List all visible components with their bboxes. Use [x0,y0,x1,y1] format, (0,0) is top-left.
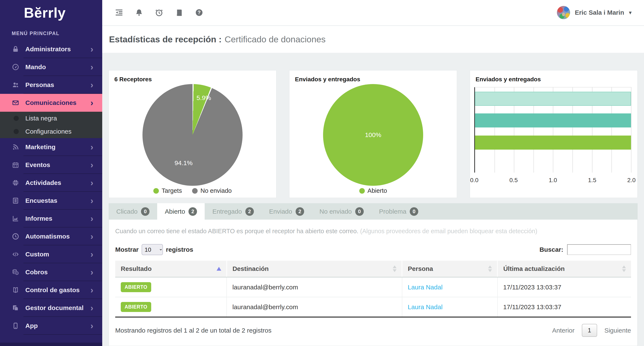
sidebar-item[interactable]: Marketing › [0,138,102,156]
bar-chart-plot [474,87,632,173]
sidebar-item-label: Administrators [25,45,90,53]
page-1-button[interactable]: 1 [582,324,597,337]
topbar-icons: ? [114,8,204,17]
alarm-clock-icon[interactable] [154,8,164,17]
user-menu[interactable]: Eric Sala i Marin ▾ [557,6,632,19]
sidebar-item-label: Cobros [25,269,90,276]
sidebar-item[interactable]: Control de gastos › [0,281,102,299]
outdent-icon[interactable] [114,8,124,17]
legend-item: Abierto [359,187,387,194]
bell-icon[interactable] [134,8,144,17]
sidebar-item[interactable]: Mando › [0,58,102,76]
tab-count-badge: 2 [188,207,197,216]
help-icon[interactable]: ? [195,8,204,17]
column-header[interactable]: Destinación [226,261,402,277]
sidebar-item[interactable]: Informes › [0,210,102,228]
updated-cell: 17/11/2023 13:03:37 [498,297,631,317]
page-size-select[interactable]: 10 [142,244,163,255]
tab-label: Abierto [165,208,185,215]
show-label: Mostrar [115,246,139,253]
svg-text:?: ? [198,10,200,15]
search-label: Buscar: [540,246,563,253]
sidebar-item[interactable]: Personas › [0,76,102,94]
tab[interactable]: Abierto 2 [157,203,205,220]
column-header-label: Persona [408,265,433,272]
user-name: Eric Sala i Marin [575,9,624,16]
avatar [557,6,570,19]
sidebar-item-icon [12,268,21,276]
search-input[interactable] [567,244,631,255]
x-tick-label: 0.0 [470,177,478,184]
column-header[interactable]: Última actualización [498,261,631,277]
sidebar-item-label: Mando [25,63,90,71]
tab-label: Clicado [116,208,138,215]
bar-bar-2 [475,113,631,127]
tab[interactable]: Problema 0 [372,203,426,220]
person-link[interactable]: Laura Nadal [408,284,442,291]
records-table: Resultado Destinación [115,261,631,318]
page-title-bar: Estadísticas de recepción : Certificado … [102,26,644,53]
sidebar-item[interactable]: Comunicaciones › [0,94,102,112]
sidebar-item-label: Eventos [25,161,90,169]
bar-bar-1 [475,92,631,106]
result-cell: ABIERTO [115,297,226,317]
tab[interactable]: No enviado 0 [312,203,372,220]
legend-item: No enviado [192,187,232,194]
chevron-right-icon: › [90,179,93,187]
updated-cell: 17/11/2023 13:03:37 [498,277,631,297]
sidebar-item[interactable]: Administrators › [0,40,102,58]
menu-section-label: MENÚ PRINCIPAL [12,31,102,36]
sidebar-item[interactable]: Custom › [0,245,102,263]
tab[interactable]: Entregado 2 [205,203,261,220]
tab[interactable]: Clicado 0 [108,203,157,220]
info-text: Cuando un correo tiene el estado ABIERTO… [115,228,631,235]
next-page-button[interactable]: Siguiente [604,327,631,334]
records-panel: Cuando un correo tiene el estado ABIERTO… [108,220,638,346]
sidebar-item-icon [12,233,21,240]
sort-both-icon [488,266,492,272]
sidebar-item-icon [12,99,21,107]
x-axis-ticks: 0.00.51.01.52.0 [474,177,632,185]
result-cell: ABIERTO [115,277,226,297]
column-header[interactable]: Resultado [115,261,226,277]
sidebar-item-icon [12,251,21,258]
column-header[interactable]: Persona [402,261,498,277]
chevron-right-icon: › [90,214,93,223]
sort-both-icon [393,266,396,272]
sidebar-item-label: Informes [25,215,90,222]
records-label: registros [166,246,193,253]
sidebar-item[interactable]: Encuestas › [0,192,102,210]
table-controls: Mostrar 10 registros Buscar: [115,244,631,255]
book-icon[interactable] [175,8,184,17]
info-note-text: (Algunos proveedores de email pueden blo… [360,228,537,235]
sidebar-item-icon [12,215,21,222]
previous-page-button[interactable]: Anterior [552,327,574,334]
tab-count-badge: 2 [245,207,254,216]
chart-legend: Abierto [290,187,457,194]
sidebar-item[interactable]: Configuraciones › [0,125,102,138]
legend-label: Targets [162,187,182,194]
sidebar-item[interactable]: Automatismos › [0,228,102,245]
sidebar-item-label: Gestor documental [25,304,90,312]
column-header-label: Destinación [232,265,269,272]
sidebar-item-label: App [25,322,90,330]
bullet-icon [14,116,19,121]
person-link[interactable]: Laura Nadal [408,304,442,311]
sidebar-item[interactable]: App › [0,317,102,335]
sidebar-item[interactable]: Actividades › [0,174,102,192]
sidebar-item[interactable]: Cobros › [0,263,102,281]
topbar: ? Eric Sala i Marin ▾ [102,0,644,25]
tab[interactable]: Enviado 2 [262,203,312,220]
charts-row: 6 Receptores 5.9% 94.1% TargetsNo enviad… [108,70,638,198]
x-tick-label: 1.0 [549,177,557,184]
sidebar-item[interactable]: Eventos › [0,156,102,174]
sidebar-item-icon [12,63,21,71]
sidebar-item-label: Comunicaciones [25,99,90,106]
sidebar-item-icon [12,179,21,187]
sidebar-item-icon [12,45,21,53]
sidebar-item[interactable]: Lista negra › [0,112,102,125]
page-subtitle: Certificado de donaciones [225,34,326,44]
sidebar-item[interactable]: Gestor documental › [0,299,102,317]
app-logo[interactable]: Bĕrrly [0,0,102,21]
destination-cell: lauranadal@berrly.com [226,297,402,317]
